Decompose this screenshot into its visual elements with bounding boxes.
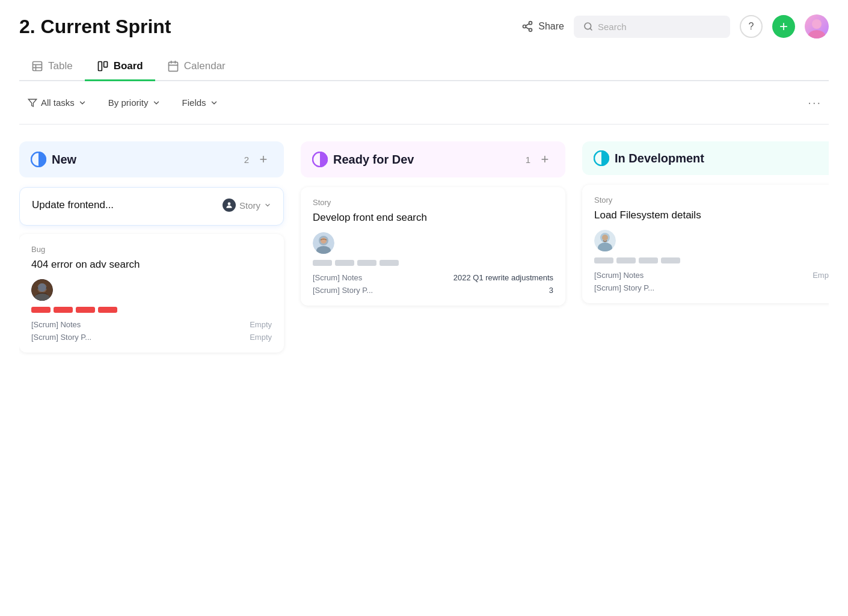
card-search: Story Develop front end search [301, 187, 565, 306]
help-button[interactable]: ? [740, 15, 763, 38]
field-row-4: [Scrum] Story P... 3 [313, 286, 553, 295]
svg-rect-13 [168, 62, 177, 71]
svg-line-3 [526, 27, 529, 29]
share-icon [521, 20, 533, 32]
svg-point-35 [602, 235, 608, 241]
page-title: 2. Current Sprint [19, 16, 171, 38]
card-fields-1: [Scrum] Notes Empty [Scrum] Story P... E… [31, 320, 272, 342]
field-row-6: [Scrum] Story P... 1 [594, 283, 829, 292]
tab-table-label: Table [48, 60, 73, 72]
column-add-new[interactable]: + [254, 150, 273, 169]
svg-rect-7 [33, 62, 42, 71]
priority-bar-11 [639, 257, 658, 263]
svg-point-21 [37, 283, 47, 293]
person-icon [223, 199, 236, 212]
all-tasks-filter[interactable]: All tasks [19, 93, 95, 112]
filter-icon [28, 98, 37, 108]
search-icon [583, 22, 593, 31]
more-options-button[interactable]: ··· [800, 92, 829, 113]
column-count-new: 2 [244, 155, 249, 165]
header: 2. Current Sprint Share Search ? + [19, 14, 829, 38]
search-placeholder: Search [598, 22, 627, 32]
field-label-6: [Scrum] Story P... [594, 283, 654, 292]
priority-bar-12 [661, 257, 680, 263]
story-label: Story [239, 200, 260, 211]
priority-bar-6 [335, 260, 354, 266]
column-header-dev: In Development 1 [582, 141, 829, 175]
priority-bar-2 [54, 307, 73, 313]
card-title-search: Develop front end search [313, 211, 553, 225]
field-value-3: 2022 Q1 rewrite adjustments [453, 273, 553, 282]
priority-bar-9 [594, 257, 613, 263]
toolbar: All tasks By priority Fields ··· [19, 81, 829, 125]
header-actions: Share Search ? + [521, 14, 829, 38]
share-button[interactable]: Share [521, 20, 564, 32]
chevron-down-icon-4 [264, 202, 271, 209]
card-bug: Bug 404 error on adv search [19, 234, 284, 353]
tab-board[interactable]: Board [85, 53, 155, 81]
card-title-filesystem: Load Filesystem details [594, 208, 829, 223]
priority-bar-8 [379, 260, 399, 266]
svg-point-30 [321, 238, 327, 244]
fields-filter[interactable]: Fields [174, 93, 227, 112]
card-title-1: Update frontend... [32, 199, 114, 211]
field-label-5: [Scrum] Notes [594, 271, 644, 280]
fields-label: Fields [182, 97, 206, 108]
column-title-dev: In Development [615, 152, 824, 165]
tab-table[interactable]: Table [19, 53, 85, 81]
field-label-2: [Scrum] Story P... [31, 333, 91, 342]
card-top-row-1: Update frontend... Story [32, 199, 271, 212]
priority-bar-3 [76, 307, 95, 313]
story-type-chip[interactable]: Story [223, 199, 271, 212]
svg-rect-24 [43, 287, 46, 289]
tab-board-label: Board [114, 60, 143, 72]
by-priority-filter[interactable]: By priority [100, 93, 169, 112]
svg-point-20 [31, 279, 53, 301]
card-filesystem: Story Load Filesystem details [ [582, 185, 829, 303]
add-button[interactable]: + [772, 15, 795, 38]
calendar-icon [167, 60, 179, 72]
board-icon [97, 60, 109, 72]
priority-bars-2 [313, 260, 553, 266]
card-fields-3: [Scrum] Notes Empty [Scrum] Story P... 1 [594, 271, 829, 292]
add-icon: + [779, 19, 788, 34]
priority-bar-10 [616, 257, 636, 263]
priority-bars-1 [31, 307, 272, 313]
tabs: Table Board Calendar [19, 53, 829, 81]
field-row-1: [Scrum] Notes Empty [31, 320, 272, 329]
search-box[interactable]: Search [574, 16, 730, 38]
svg-rect-23 [38, 287, 41, 289]
field-label-3: [Scrum] Notes [313, 273, 362, 282]
svg-marker-17 [28, 99, 36, 106]
column-title-new: New [52, 153, 237, 167]
all-tasks-label: All tasks [41, 97, 75, 108]
priority-bars-3 [594, 257, 829, 263]
chevron-down-icon-3 [210, 99, 218, 107]
avatar[interactable] [805, 14, 829, 38]
tab-calendar-label: Calendar [184, 60, 226, 72]
svg-line-6 [590, 28, 592, 30]
svg-rect-11 [98, 62, 102, 71]
status-icon-dev [593, 150, 610, 167]
tab-calendar[interactable]: Calendar [155, 53, 238, 81]
priority-bar-7 [357, 260, 376, 266]
card-avatar-1 [31, 279, 53, 301]
help-label: ? [749, 21, 754, 32]
svg-point-19 [228, 202, 231, 205]
column-header-ready: Ready for Dev 1 + [301, 141, 565, 177]
card-update-frontend: Update frontend... Story [19, 187, 284, 226]
field-row-3: [Scrum] Notes 2022 Q1 rewrite adjustment… [313, 273, 553, 282]
field-row-5: [Scrum] Notes Empty [594, 271, 829, 280]
chevron-down-icon [78, 99, 87, 107]
field-value-4: 3 [549, 286, 553, 295]
column-add-ready[interactable]: + [535, 150, 555, 169]
card-type-bug: Bug [31, 245, 272, 254]
card-avatar-3 [594, 230, 616, 251]
card-fields-2: [Scrum] Notes 2022 Q1 rewrite adjustment… [313, 273, 553, 295]
column-count-ready: 1 [526, 155, 530, 165]
column-dev: In Development 1 Story Load Filesystem d… [582, 141, 829, 312]
field-value-2: Empty [250, 333, 272, 342]
status-icon-ready [312, 151, 328, 168]
card-title-bug: 404 error on adv search [31, 257, 272, 272]
user-avatar [805, 14, 829, 38]
